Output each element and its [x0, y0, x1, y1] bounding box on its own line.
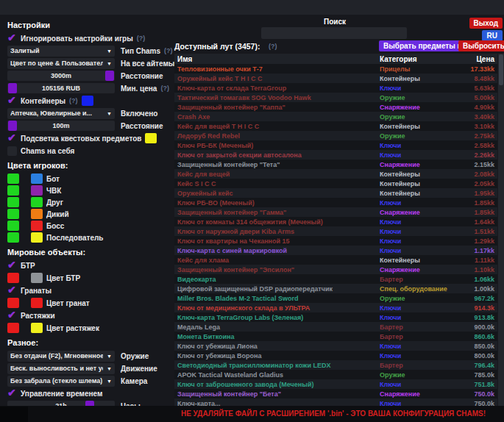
item-name: Видеокарта	[174, 276, 380, 283]
quest-color-swatch[interactable]	[145, 133, 157, 143]
color-swatch[interactable]	[7, 298, 19, 308]
checkmark-icon[interactable]	[7, 311, 17, 321]
color-swatch[interactable]	[7, 273, 19, 283]
checkbox-unchecked[interactable]	[7, 146, 17, 156]
color-swatch[interactable]	[31, 323, 43, 333]
loot-table-row[interactable]: Кейс S I C C Контейнеры 2.05kk	[174, 179, 497, 188]
checkmark-icon[interactable]	[7, 96, 17, 106]
loot-table-row[interactable]: Защищенный контейнер "Эпсилон" Снаряжени…	[174, 265, 497, 274]
loot-table-row[interactable]: Ключ от комнаты 314 общежития (Меченый) …	[174, 217, 497, 226]
item-name: Ключ от заброшенного завода (Меченый)	[174, 381, 380, 388]
checkmark-icon[interactable]	[7, 389, 17, 398]
checkbox-containers[interactable]: Контейнеры (?)	[7, 95, 174, 107]
checkmark-icon[interactable]	[7, 286, 17, 296]
chams-type-dropdown[interactable]: Залитый ▼	[7, 46, 115, 57]
help-hint[interactable]: (?)	[160, 85, 169, 92]
color-swatch[interactable]	[7, 174, 19, 184]
color-swatch[interactable]	[31, 174, 43, 184]
color-swatch[interactable]	[7, 209, 19, 219]
loot-distance-slider[interactable]: 100m	[7, 121, 115, 131]
loot-table-row[interactable]: Защищенный контейнер "Каппа" Снаряжение …	[174, 102, 497, 112]
min-price-slider[interactable]: 105156 RUB	[7, 83, 115, 93]
player-colors-list: Бот ЧВК Друг Дикий Босс Последователь	[7, 173, 174, 243]
loot-table-row[interactable]: Тепловизионные очки Т-7 Прицелы 17.33kk	[174, 64, 497, 74]
checkbox-tripwires[interactable]: Растяжки	[7, 310, 174, 321]
color-swatch[interactable]	[31, 273, 43, 283]
movement-dropdown[interactable]: Беск. выносливость и нет уста ▼	[7, 363, 115, 374]
loot-table-row[interactable]: Кейс для вещей Контейнеры 2.08kk	[174, 169, 497, 179]
color-mode-dropdown[interactable]: Цвет по цене & Пользователь ▼	[7, 58, 115, 69]
loot-table-row[interactable]: Защищенный контейнер "Гамма" Снаряжение …	[174, 207, 497, 217]
loot-table-row[interactable]: Ключ-карта TerraGroup Labs (Зеленая) Клю…	[174, 312, 497, 322]
color-swatch[interactable]	[7, 232, 19, 243]
slider-thumb[interactable]	[8, 83, 17, 93]
loot-table-row[interactable]: Miller Bros. Blades M-2 Tactical Sword О…	[174, 293, 497, 303]
table-scrollbar[interactable]	[498, 54, 504, 406]
color-swatch[interactable]	[31, 209, 43, 219]
checkmark-icon[interactable]	[7, 261, 17, 271]
help-hint[interactable]: (?)	[269, 43, 277, 50]
color-swatch[interactable]	[31, 221, 43, 231]
loot-table-row[interactable]: Оружейный кейс T H I C C Контейнеры 8.48…	[174, 74, 497, 83]
loot-table-row[interactable]: Оружейный кейс Контейнеры 1.95kk	[174, 188, 497, 198]
container-color-swatch[interactable]	[82, 96, 93, 106]
help-hint[interactable]: (?)	[69, 97, 78, 104]
color-swatch[interactable]	[7, 323, 19, 333]
loot-table-row[interactable]: Ключ от медицинского склада в УЛЬТРА Клю…	[174, 303, 497, 312]
loot-table-row[interactable]: Защищенный контейнер "Бета" Снаряжение 7…	[174, 389, 497, 398]
camera-dropdown[interactable]: Без забрала (стекло шлема) ▼	[7, 376, 115, 387]
loot-table-row[interactable]: Тактический томагавк SOG Voodoo Hawk Ору…	[174, 93, 497, 102]
color-swatch[interactable]	[7, 197, 19, 207]
weapon-dropdown[interactable]: Без отдачи (F2), Мгновенное п ▼	[7, 351, 115, 362]
color-swatch[interactable]	[31, 232, 43, 243]
language-button[interactable]: RU	[482, 30, 503, 41]
search-input[interactable]	[261, 27, 407, 39]
loot-table-row[interactable]: Ключ от закрытой секции автосалона Ключи…	[174, 150, 497, 160]
loot-table-row[interactable]: Медаль Lega Бартер 900.0k	[174, 322, 497, 332]
drop-all-button[interactable]: Выбросить все	[458, 40, 504, 51]
checkmark-icon[interactable]	[7, 134, 17, 143]
loot-table-row[interactable]: Светодиодный трансиллюминатор кожи LEDX …	[174, 360, 497, 370]
loot-table-row[interactable]: Ключ-карта от склада TerraGroup Ключи 5.…	[174, 83, 497, 93]
color-swatch[interactable]	[7, 221, 19, 231]
help-hint[interactable]: (?)	[137, 35, 146, 42]
loot-table-row[interactable]: Защищенный контейнер "Тета" Снаряжение 2…	[174, 160, 497, 169]
checkbox-quest-highlight[interactable]: Подсветка квестовых предметов	[7, 132, 174, 144]
loot-table-row[interactable]: Ключ от наружной двери Kiba Arms Ключи 1…	[174, 226, 497, 236]
checkbox-btr[interactable]: БТР	[7, 260, 174, 271]
distance-slider[interactable]: 3000m	[7, 71, 115, 81]
loot-filter-dropdown[interactable]: Аптечка, Ювелирные и... ▼	[7, 108, 115, 119]
loot-table-row[interactable]: Ключ от убежища Лиона Ключи 850.0k	[174, 341, 497, 351]
loot-table-row[interactable]: Ключ от убежища Ворона Ключи 800.0k	[174, 351, 497, 360]
slider-thumb[interactable]	[8, 121, 17, 131]
loot-table-row[interactable]: Цифровой защищенный DSP радиопередатчик …	[174, 284, 497, 293]
checkbox-ignore-game-settings[interactable]: Игнорировать настройки игры (?)	[7, 32, 174, 44]
loot-table-row[interactable]: Кейс для хлама Контейнеры 1.11kk	[174, 255, 497, 265]
checkbox-time-control[interactable]: Управление временем	[7, 387, 174, 399]
control-label: Движение	[121, 365, 157, 373]
scrollbar-thumb[interactable]	[499, 54, 503, 85]
color-swatch[interactable]	[31, 185, 43, 196]
color-swatch[interactable]	[7, 185, 19, 196]
loot-table-row[interactable]: Ключ-карта... Ключи 750.0k	[174, 398, 497, 406]
loot-table-row[interactable]: Ключ РБ-ВО (Меченый) Ключи 1.85kk	[174, 198, 497, 207]
help-hint[interactable]: (?)	[164, 47, 173, 54]
loot-table-row[interactable]: Монета Биткоина Бартер 860.6k	[174, 332, 497, 341]
loot-table-row[interactable]: Crash Axe Оружие 3.40kk	[174, 112, 497, 121]
loot-table-row[interactable]: Кейс для вещей T H I C C Контейнеры 3.10…	[174, 121, 497, 131]
exit-button[interactable]: Выход	[469, 18, 503, 29]
loot-table-row[interactable]: Видеокарта Бартер 1.06kk	[174, 274, 497, 284]
slider-thumb[interactable]	[105, 71, 114, 81]
loot-table-row[interactable]: APOK Tactical Wasteland Gladius Оружие 7…	[174, 370, 497, 379]
loot-table-row[interactable]: Ключ от квартиры на Чеканной 15 Ключи 1.…	[174, 236, 497, 246]
item-name: Кейс для вещей	[174, 171, 380, 178]
loot-table-row[interactable]: Ледоруб Red Rebel Оружие 2.75kk	[174, 131, 497, 140]
checkbox-chams-self[interactable]: Chams на себя	[7, 145, 174, 157]
color-swatch[interactable]	[31, 197, 43, 207]
loot-table-row[interactable]: Ключ от заброшенного завода (Меченый) Кл…	[174, 379, 497, 389]
checkmark-icon[interactable]	[7, 34, 17, 43]
loot-table-row[interactable]: Ключ РБ-БК (Меченый) Ключи 2.58kk	[174, 140, 497, 150]
color-swatch[interactable]	[31, 298, 43, 308]
loot-table-row[interactable]: Ключ-карта с синей маркировкой Ключи 1.1…	[174, 246, 497, 255]
checkbox-grenades[interactable]: Гранаты	[7, 285, 174, 296]
